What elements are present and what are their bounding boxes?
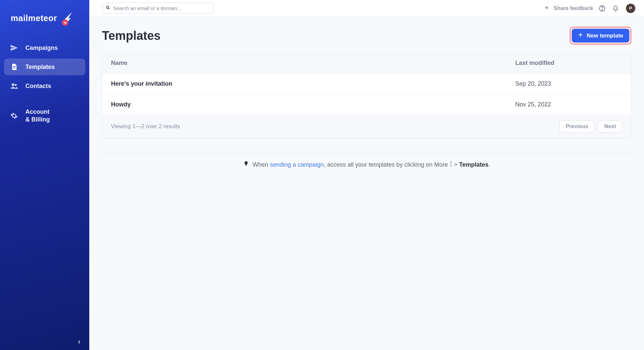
pager: Previous Next: [559, 120, 622, 133]
viewing-text: Viewing 1—2 over 2 results: [111, 123, 180, 130]
share-feedback[interactable]: Share feedback: [544, 4, 593, 12]
tip-prefix: When: [252, 161, 270, 168]
new-template-button[interactable]: New template: [572, 29, 629, 42]
more-vertical-icon: [450, 161, 452, 167]
plus-icon: [578, 32, 583, 39]
svg-point-12: [450, 165, 451, 166]
people-icon: [9, 82, 19, 90]
bulb-icon: [243, 161, 249, 168]
document-icon: [9, 63, 19, 71]
svg-rect-9: [245, 165, 247, 166]
table-footer: Viewing 1—2 over 2 results Previous Next: [102, 115, 631, 138]
sidebar-item-campaigns[interactable]: Campaigns: [4, 39, 85, 57]
brand-meteor-icon: M: [60, 11, 75, 26]
bell-icon[interactable]: [611, 4, 620, 13]
svg-point-8: [602, 9, 603, 10]
sidebar: mailmeteor M Campaigns Templa: [0, 0, 89, 350]
sidebar-item-contacts[interactable]: Contacts: [4, 77, 85, 95]
svg-point-10: [450, 161, 451, 162]
table-row[interactable]: Here's your invitation Sep 20, 2023: [102, 74, 631, 94]
help-icon[interactable]: [598, 4, 607, 13]
tip-arrow: >: [452, 161, 459, 168]
sidebar-nav: Campaigns Templates Contacts: [4, 39, 85, 128]
avatar-initial: P: [629, 6, 632, 11]
template-modified: Sep 20, 2023: [515, 80, 622, 87]
brand-name: mailmeteor: [11, 13, 57, 23]
templates-table: Name Last modified Here's your invitatio…: [102, 53, 631, 138]
svg-text:M: M: [64, 21, 67, 24]
sidebar-item-account-billing[interactable]: Account & Billing: [4, 103, 85, 128]
sidebar-item-templates[interactable]: Templates: [4, 59, 85, 75]
sidebar-item-label: Contacts: [25, 83, 51, 90]
brand[interactable]: mailmeteor M: [4, 6, 85, 36]
col-header-modified: Last modified: [515, 60, 622, 67]
search-input[interactable]: [113, 5, 210, 11]
sidebar-item-label: Templates: [25, 64, 55, 71]
table-header: Name Last modified: [102, 53, 631, 74]
main: Share feedback P Templates: [89, 0, 644, 350]
page-title: Templates: [102, 29, 160, 43]
svg-point-5: [15, 84, 17, 86]
megaphone-icon: [544, 4, 551, 12]
new-template-label: New template: [586, 32, 623, 39]
svg-rect-2: [13, 66, 15, 67]
col-header-name: Name: [111, 60, 515, 67]
template-modified: Nov 25, 2022: [515, 101, 622, 108]
sidebar-item-label: Account & Billing: [25, 108, 50, 124]
sidebar-item-label: Campaigns: [25, 45, 58, 52]
svg-point-4: [12, 83, 14, 86]
table-row[interactable]: Howdy Nov 25, 2022: [102, 94, 631, 115]
template-name: Howdy: [111, 101, 515, 108]
svg-rect-3: [13, 68, 15, 68]
tip-templates-strong: Templates: [459, 161, 489, 168]
sidebar-collapse-button[interactable]: [75, 338, 83, 346]
search-icon: [106, 5, 110, 11]
svg-point-6: [106, 6, 109, 8]
avatar[interactable]: P: [626, 4, 635, 13]
sending-campaign-link[interactable]: sending a campaign: [270, 161, 324, 168]
svg-point-11: [450, 163, 451, 164]
topbar: Share feedback P: [89, 0, 644, 17]
tip-mid: , access all your templates by clicking …: [324, 161, 449, 168]
share-feedback-label: Share feedback: [554, 5, 593, 11]
gear-icon: [9, 112, 19, 119]
previous-button[interactable]: Previous: [559, 120, 595, 133]
tip: When sending a campaign, access all your…: [102, 161, 631, 168]
search-box[interactable]: [102, 3, 214, 14]
tip-dot: .: [489, 161, 490, 168]
send-icon: [9, 44, 19, 52]
template-name: Here's your invitation: [111, 80, 515, 87]
divider: [102, 152, 631, 153]
new-template-highlight: New template: [570, 27, 631, 45]
next-button[interactable]: Next: [598, 120, 622, 133]
content: Templates New template Name Last modifie…: [89, 17, 644, 178]
